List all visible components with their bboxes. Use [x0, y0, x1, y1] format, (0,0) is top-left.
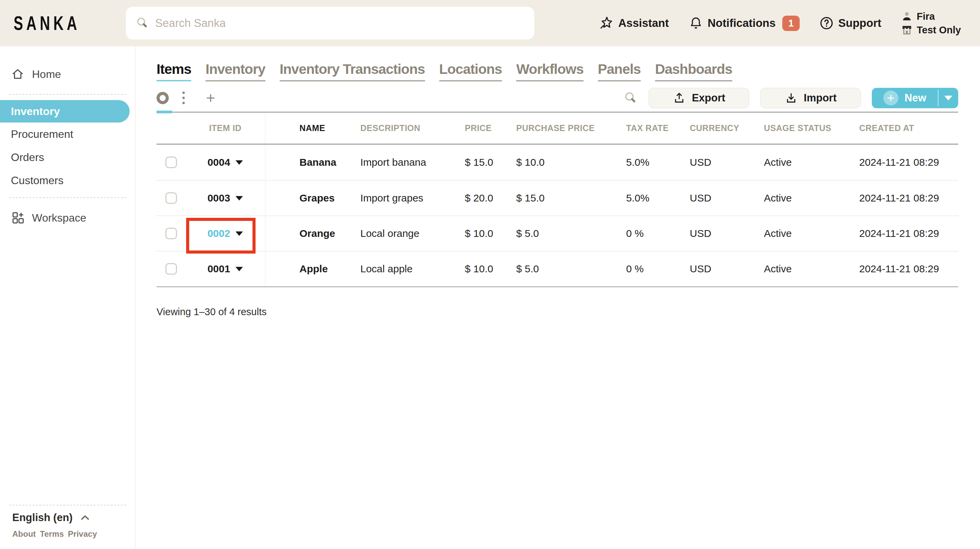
view-circle-icon[interactable]: [156, 92, 169, 104]
cell-description: Local orange: [360, 216, 465, 251]
search-icon: [135, 16, 149, 30]
main-content: Items Inventory Inventory Transactions L…: [135, 46, 980, 549]
table-header: ITEM ID NAME DESCRIPTION PRICE PURCHASE …: [156, 113, 958, 145]
question-circle-icon: [819, 16, 834, 30]
user-name: Fira: [917, 11, 935, 22]
column-header-usage-status: USAGE STATUS: [764, 113, 859, 144]
sidebar-item-label: Home: [32, 68, 61, 81]
item-id-dropdown[interactable]: 0001: [208, 263, 243, 275]
column-header-created-at: CREATED AT: [859, 113, 958, 144]
cell-purchase-price: $ 15.0: [516, 181, 626, 215]
tab-locations[interactable]: Locations: [439, 61, 502, 81]
column-header-currency: CURRENCY: [690, 113, 764, 144]
chevron-up-icon: [79, 512, 91, 524]
global-search[interactable]: [126, 7, 534, 40]
cell-usage-status: Active: [764, 145, 859, 180]
row-checkbox[interactable]: [165, 192, 177, 204]
add-view-button[interactable]: [205, 92, 217, 104]
top-right-menu: Assistant Notifications 1 Support: [599, 11, 961, 36]
column-header-item-id: ITEM ID: [185, 113, 266, 144]
about-link[interactable]: About: [12, 529, 36, 539]
sidebar-divider: [9, 94, 126, 95]
column-header-name: NAME: [266, 113, 360, 144]
cell-price: $ 15.0: [465, 145, 516, 180]
cell-description: Local apple: [360, 251, 465, 286]
user-menu[interactable]: Fira Test Only: [901, 11, 961, 36]
item-id-dropdown[interactable]: 0003: [208, 192, 243, 204]
cell-currency: USD: [690, 216, 764, 251]
sidebar-item-label: Inventory: [11, 105, 60, 118]
cell-usage-status: Active: [764, 181, 859, 215]
workspace-name: Test Only: [917, 24, 961, 36]
cell-created-at: 2024-11-21 08:29: [859, 145, 958, 180]
tab-inventory-transactions[interactable]: Inventory Transactions: [280, 61, 425, 81]
table-row-highlighted: 0002 Orange Local orange $ 10.0 $ 5.0 0 …: [156, 215, 958, 251]
new-button[interactable]: New: [872, 88, 938, 108]
kebab-menu-icon[interactable]: [180, 89, 187, 106]
cell-tax-rate: 5.0%: [626, 145, 690, 180]
export-icon: [673, 92, 686, 105]
item-id-dropdown[interactable]: 0002: [208, 228, 243, 239]
item-id-dropdown[interactable]: 0004: [208, 157, 243, 168]
column-header-purchase-price: PURCHASE PRICE: [516, 113, 626, 144]
cell-created-at: 2024-11-21 08:29: [859, 251, 958, 286]
table-row: 0003 Grapes Import grapes $ 20.0 $ 15.0 …: [156, 180, 958, 215]
sidebar-item-home[interactable]: Home: [0, 60, 135, 89]
privacy-link[interactable]: Privacy: [68, 529, 97, 539]
table-body: 0004 Banana Import banana $ 15.0 $ 10.0 …: [156, 145, 958, 287]
caret-down-icon: [235, 267, 243, 271]
new-button-group: New: [872, 88, 958, 108]
assistant-sparkle-icon: [599, 16, 614, 30]
search-input[interactable]: [155, 17, 525, 30]
table-row: 0001 Apple Local apple $ 10.0 $ 5.0 0 % …: [156, 251, 958, 286]
language-selector[interactable]: English (en): [0, 512, 135, 524]
cell-currency: USD: [690, 181, 764, 215]
sidebar-item-label: Customers: [11, 174, 64, 187]
assistant-label: Assistant: [618, 17, 669, 30]
column-header-tax-rate: TAX RATE: [626, 113, 690, 144]
import-icon: [785, 92, 798, 105]
import-button[interactable]: Import: [760, 88, 861, 108]
assistant-button[interactable]: Assistant: [599, 16, 669, 30]
row-checkbox[interactable]: [165, 263, 177, 275]
bell-icon: [689, 16, 703, 30]
import-label: Import: [804, 92, 837, 104]
tab-dashboards[interactable]: Dashboards: [655, 61, 732, 81]
tab-items[interactable]: Items: [156, 61, 191, 81]
export-button[interactable]: Export: [649, 88, 749, 108]
plus-circle-icon: [883, 91, 898, 105]
home-icon: [11, 67, 24, 81]
sidebar-item-procurement[interactable]: Procurement: [0, 123, 135, 146]
sidebar-item-customers[interactable]: Customers: [0, 169, 135, 192]
row-checkbox[interactable]: [165, 228, 177, 239]
cell-name: Apple: [266, 251, 360, 286]
sidebar-item-orders[interactable]: Orders: [0, 146, 135, 169]
tab-panels[interactable]: Panels: [598, 61, 641, 81]
user-avatar-icon: [901, 11, 913, 22]
app-window: SANKA Assistant Notificati: [0, 0, 980, 549]
sidebar-item-workspace[interactable]: Workspace: [0, 204, 135, 232]
tab-inventory[interactable]: Inventory: [205, 61, 266, 81]
cell-price: $ 10.0: [465, 251, 516, 286]
plus-icon: [205, 92, 217, 104]
row-checkbox[interactable]: [165, 157, 177, 168]
caret-down-icon: [235, 196, 243, 201]
sidebar-item-inventory[interactable]: Inventory: [0, 100, 130, 123]
notifications-badge: 1: [782, 16, 799, 31]
cell-name: Orange: [266, 216, 360, 251]
sidebar-item-label: Orders: [11, 151, 44, 164]
table-search-icon[interactable]: [624, 91, 638, 105]
support-button[interactable]: Support: [819, 16, 881, 30]
new-dropdown-button[interactable]: [939, 88, 958, 108]
cell-purchase-price: $ 5.0: [516, 251, 626, 286]
cell-usage-status: Active: [764, 251, 859, 286]
cell-currency: USD: [690, 251, 764, 286]
results-summary: Viewing 1–30 of 4 results: [156, 306, 958, 318]
caret-down-icon: [944, 95, 953, 100]
cell-usage-status: Active: [764, 216, 859, 251]
tab-workflows[interactable]: Workflows: [516, 61, 584, 81]
cell-created-at: 2024-11-21 08:29: [859, 181, 958, 215]
terms-link[interactable]: Terms: [40, 529, 64, 539]
module-tabs: Items Inventory Inventory Transactions L…: [156, 61, 958, 81]
notifications-button[interactable]: Notifications 1: [689, 16, 800, 31]
